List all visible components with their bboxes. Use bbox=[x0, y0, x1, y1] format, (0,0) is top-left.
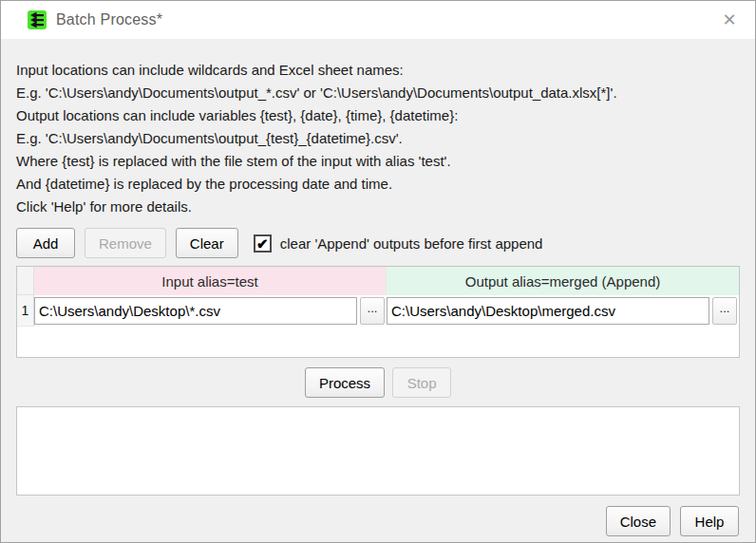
instruction-line: Click 'Help' for more details. bbox=[16, 196, 740, 218]
window-title: Batch Process* bbox=[56, 11, 162, 28]
output-location-field[interactable] bbox=[387, 297, 709, 325]
input-column-header[interactable]: Input alias=test bbox=[34, 267, 387, 295]
help-button[interactable]: Help bbox=[680, 506, 739, 536]
clear-append-checkbox-label: clear 'Append' outputs before first appe… bbox=[280, 235, 543, 252]
table-empty-area bbox=[17, 327, 739, 357]
row-number[interactable]: 1 bbox=[17, 295, 34, 327]
instruction-line: E.g. 'C:\Users\andy\Documents\output_*.c… bbox=[16, 82, 740, 104]
instruction-line: E.g. 'C:\Users\andy\Documents\output_{te… bbox=[16, 127, 740, 150]
add-button[interactable]: Add bbox=[16, 228, 75, 258]
close-button[interactable]: Close bbox=[606, 506, 671, 536]
remove-button[interactable]: Remove bbox=[85, 228, 166, 258]
clear-append-checkbox[interactable]: ✔ bbox=[254, 234, 272, 253]
clear-button[interactable]: Clear bbox=[176, 228, 238, 258]
input-browse-button[interactable]: ... bbox=[360, 297, 385, 325]
process-actions: Process Stop bbox=[1, 358, 755, 398]
toolbar: Add Remove Clear ✔ clear 'Append' output… bbox=[1, 224, 755, 258]
log-output-area[interactable] bbox=[16, 406, 740, 496]
instruction-line: Input locations can include wildcards an… bbox=[16, 59, 740, 82]
table-row: 1 ... ... bbox=[17, 295, 739, 327]
batch-process-dialog: Batch Process* ✕ Input locations can inc… bbox=[0, 0, 756, 543]
instructions-block: Input locations can include wildcards an… bbox=[1, 39, 755, 224]
clear-append-checkbox-group: ✔ clear 'Append' outputs before first ap… bbox=[254, 234, 543, 253]
input-location-field[interactable] bbox=[34, 297, 357, 325]
instruction-line: Where {test} is replaced with the file s… bbox=[16, 150, 740, 173]
output-column-header[interactable]: Output alias=merged (Append) bbox=[387, 267, 739, 295]
batch-table: Input alias=test Output alias=merged (Ap… bbox=[16, 266, 740, 358]
app-logo-icon bbox=[28, 10, 47, 29]
stop-button[interactable]: Stop bbox=[392, 367, 451, 398]
close-icon[interactable]: ✕ bbox=[715, 6, 744, 34]
titlebar: Batch Process* ✕ bbox=[1, 1, 755, 39]
table-corner-cell bbox=[17, 267, 34, 295]
footer: Close Help bbox=[1, 496, 755, 536]
output-browse-button[interactable]: ... bbox=[712, 297, 737, 325]
output-location-cell: ... bbox=[387, 295, 739, 327]
instruction-line: And {datetime} is replaced by the proces… bbox=[16, 173, 740, 196]
input-location-cell: ... bbox=[34, 295, 387, 327]
table-header-row: Input alias=test Output alias=merged (Ap… bbox=[17, 267, 739, 295]
process-button[interactable]: Process bbox=[305, 367, 385, 398]
instruction-line: Output locations can include variables {… bbox=[16, 104, 740, 127]
